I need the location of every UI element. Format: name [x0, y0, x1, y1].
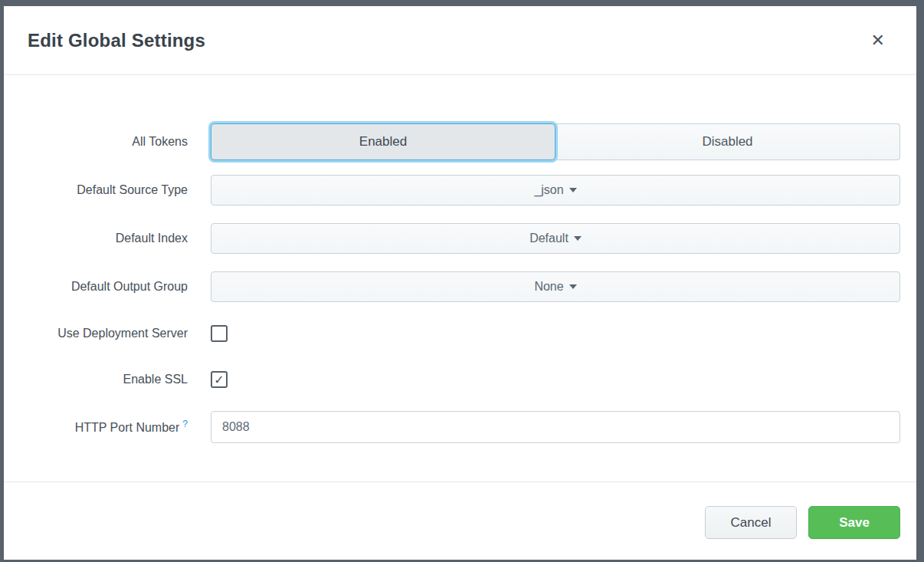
cancel-button[interactable]: Cancel	[705, 506, 797, 539]
default-index-dropdown[interactable]: Default	[211, 223, 900, 254]
use-deployment-server-checkbox[interactable]	[211, 325, 228, 342]
all-tokens-toggle: Enabled Disabled	[211, 123, 900, 160]
default-source-type-value: _json	[534, 183, 563, 197]
row-default-output-group: Default Output Group None	[28, 271, 900, 302]
default-output-group-dropdown[interactable]: None	[211, 271, 900, 302]
edit-global-settings-dialog: Edit Global Settings ✕ All Tokens Enable…	[4, 6, 916, 560]
row-enable-ssl: Enable SSL ✓	[28, 371, 900, 388]
chevron-down-icon	[574, 236, 582, 241]
help-icon[interactable]: ?	[182, 419, 188, 429]
http-port-number-input[interactable]	[211, 411, 900, 443]
enable-ssl-checkbox[interactable]: ✓	[211, 371, 228, 388]
all-tokens-label: All Tokens	[28, 135, 211, 149]
use-deployment-server-label: Use Deployment Server	[28, 327, 211, 340]
row-all-tokens: All Tokens Enabled Disabled	[28, 123, 900, 160]
default-index-value: Default	[529, 232, 568, 245]
row-default-index: Default Index Default	[28, 223, 900, 254]
row-http-port-number: HTTP Port Number?	[28, 411, 900, 443]
dialog-footer: Cancel Save	[4, 481, 916, 560]
default-index-label: Default Index	[28, 232, 211, 245]
default-output-group-label: Default Output Group	[28, 280, 211, 294]
all-tokens-disabled-button[interactable]: Disabled	[555, 123, 900, 160]
row-use-deployment-server: Use Deployment Server	[28, 325, 900, 342]
http-port-number-label: HTTP Port Number?	[28, 419, 211, 435]
default-source-type-label: Default Source Type	[28, 183, 211, 197]
row-default-source-type: Default Source Type _json	[28, 175, 900, 205]
all-tokens-enabled-button[interactable]: Enabled	[211, 123, 555, 160]
default-output-group-value: None	[534, 280, 563, 294]
dialog-body: All Tokens Enabled Disabled Default Sour…	[4, 75, 916, 481]
enable-ssl-label: Enable SSL	[28, 373, 211, 386]
save-button[interactable]: Save	[808, 506, 900, 539]
dialog-title: Edit Global Settings	[28, 30, 205, 51]
close-icon[interactable]: ✕	[871, 32, 885, 49]
chevron-down-icon	[569, 284, 577, 289]
dialog-header: Edit Global Settings ✕	[4, 6, 916, 75]
chevron-down-icon	[569, 188, 577, 192]
default-source-type-dropdown[interactable]: _json	[211, 175, 900, 205]
